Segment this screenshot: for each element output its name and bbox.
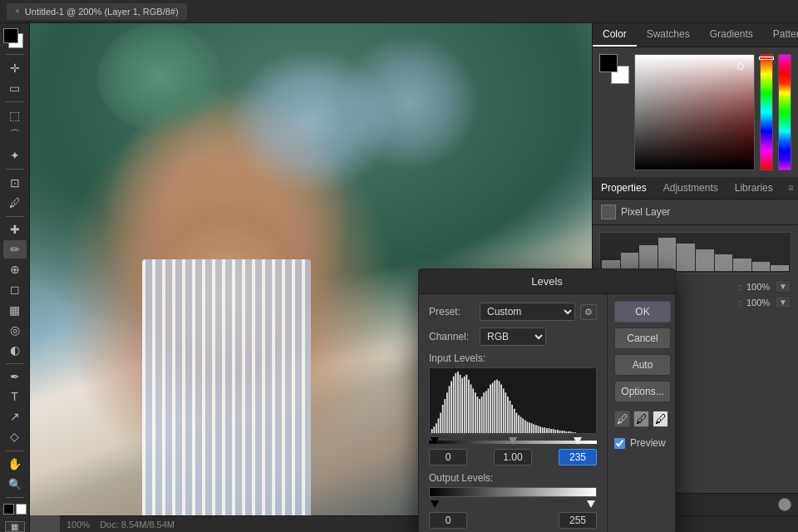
opacity-dropdown[interactable]: ▼: [775, 280, 791, 293]
preset-select[interactable]: Custom: [480, 303, 575, 321]
output-white-slider[interactable]: [587, 500, 595, 508]
input-max-field[interactable]: [559, 449, 597, 466]
svg-rect-29: [494, 381, 495, 433]
cancel-button[interactable]: Cancel: [614, 328, 671, 349]
quick-mask-dark[interactable]: [3, 504, 14, 515]
second-color-bar[interactable]: [778, 54, 791, 170]
tab-libraries[interactable]: Libraries: [727, 177, 781, 199]
svg-rect-25: [485, 391, 487, 433]
props-panel-menu[interactable]: ≡: [781, 179, 798, 197]
svg-rect-48: [535, 425, 537, 433]
dialog-title-bar[interactable]: Levels: [419, 269, 675, 294]
pen-tool[interactable]: ✒: [3, 367, 27, 386]
svg-rect-0: [431, 429, 433, 433]
screen-mode-btn[interactable]: ▦: [5, 521, 25, 532]
canvas-area: Levels Preset: Custom ⚙ Channel:: [30, 23, 798, 532]
svg-rect-15: [464, 377, 466, 433]
marquee-tool[interactable]: ⬚: [3, 106, 27, 125]
fg-swatch[interactable]: [3, 28, 18, 43]
auto-button[interactable]: Auto: [614, 354, 671, 376]
white-eyedropper-btn[interactable]: 🖊: [653, 411, 668, 427]
quick-mask-area[interactable]: [2, 502, 28, 516]
eyedropper-tool[interactable]: 🖊: [3, 194, 27, 212]
artboard-tool[interactable]: ▭: [3, 79, 27, 97]
color-spectrum[interactable]: [634, 54, 755, 170]
dodge-tool[interactable]: ◐: [3, 341, 27, 359]
quick-mask-light[interactable]: [16, 504, 27, 515]
svg-rect-26: [488, 388, 490, 433]
preview-checkbox[interactable]: [614, 438, 625, 449]
svg-rect-4: [440, 413, 441, 433]
svg-rect-59: [559, 431, 561, 433]
hand-tool[interactable]: ✋: [3, 455, 27, 473]
svg-rect-8: [449, 386, 451, 433]
tab-gradients[interactable]: Gradients: [700, 23, 763, 47]
hist-bar-9: [752, 262, 771, 271]
gradient-tool[interactable]: ▦: [3, 301, 27, 319]
circle-btn[interactable]: [778, 498, 791, 511]
zoom-tool[interactable]: 🔍: [3, 475, 27, 493]
svg-rect-43: [525, 420, 526, 433]
svg-rect-53: [546, 428, 548, 433]
levels-dialog: Levels Preset: Custom ⚙ Channel:: [418, 268, 676, 532]
svg-rect-57: [554, 430, 556, 433]
output-min-field[interactable]: [429, 512, 467, 529]
tab-adjustments[interactable]: Adjustments: [655, 177, 727, 199]
move-tool[interactable]: ✛: [3, 59, 27, 77]
color-panel-tabs: Color Swatches Gradients Patterns ≡: [593, 23, 798, 47]
output-black-slider[interactable]: [431, 500, 439, 508]
brush-tool[interactable]: ✏: [3, 240, 27, 259]
close-icon[interactable]: ×: [15, 7, 20, 16]
path-select-tool[interactable]: ↗: [3, 407, 27, 426]
input-levels-label: Input Levels:: [429, 352, 597, 364]
svg-rect-9: [451, 382, 452, 433]
options-button[interactable]: Options...: [614, 381, 671, 402]
magic-wand-tool[interactable]: ✦: [3, 146, 27, 165]
fg-color-swatch[interactable]: [599, 54, 618, 72]
output-gradient-bar: [429, 487, 597, 497]
input-min-field[interactable]: [429, 449, 467, 466]
second-dropdown[interactable]: ▼: [775, 296, 791, 308]
lasso-tool[interactable]: ⌒: [3, 126, 27, 145]
output-max-field[interactable]: [559, 512, 597, 529]
color-spectrum-dark-overlay: [635, 55, 754, 170]
svg-rect-61: [564, 431, 565, 433]
tab-properties[interactable]: Properties: [593, 177, 655, 199]
ok-button[interactable]: OK: [614, 301, 671, 323]
tab-color[interactable]: Color: [593, 23, 637, 47]
white-input-slider[interactable]: [574, 437, 582, 445]
blur-tool[interactable]: ◎: [3, 321, 27, 339]
tab-swatches[interactable]: Swatches: [637, 23, 700, 47]
eraser-tool[interactable]: ◻: [3, 280, 27, 298]
dialog-sidebar: OK Cancel Auto Options... 🖊 🖊 🖊 Preview: [607, 294, 675, 532]
shape-tool[interactable]: ◇: [3, 427, 27, 446]
hue-slider[interactable]: [760, 54, 773, 170]
clone-tool[interactable]: ⊕: [3, 260, 27, 278]
black-input-slider[interactable]: [431, 437, 439, 445]
eyedropper-row: 🖊 🖊 🖊: [614, 411, 668, 427]
preset-gear-button[interactable]: ⚙: [580, 304, 597, 320]
hist-bar-10: [771, 265, 789, 271]
document-tab[interactable]: × Untitled-1 @ 200% (Layer 1, RGB/8#): [7, 3, 187, 20]
tab-patterns[interactable]: Patterns: [763, 23, 798, 47]
hist-bar-8: [733, 259, 751, 271]
fg-bg-swatches[interactable]: [599, 54, 629, 84]
crop-tool[interactable]: ⊡: [3, 174, 27, 192]
gray-eyedropper-btn[interactable]: 🖊: [633, 411, 649, 427]
hist-bar-4: [658, 238, 677, 271]
black-eyedropper-btn[interactable]: 🖊: [614, 411, 630, 427]
input-values-row: [429, 449, 597, 466]
input-mid-field[interactable]: [494, 449, 532, 466]
svg-rect-28: [492, 383, 494, 433]
healing-tool[interactable]: ✚: [3, 220, 27, 239]
color-swatches[interactable]: [3, 28, 27, 47]
channel-select[interactable]: RGB: [480, 328, 546, 346]
svg-rect-41: [520, 417, 522, 434]
text-tool[interactable]: T: [3, 387, 27, 406]
hist-bar-7: [715, 254, 733, 271]
gray-input-slider[interactable]: [509, 437, 517, 445]
opacity-value: 100%: [746, 282, 770, 292]
histogram-container: [429, 367, 597, 434]
flower-2: [339, 33, 480, 171]
hist-bar-5: [677, 244, 695, 271]
